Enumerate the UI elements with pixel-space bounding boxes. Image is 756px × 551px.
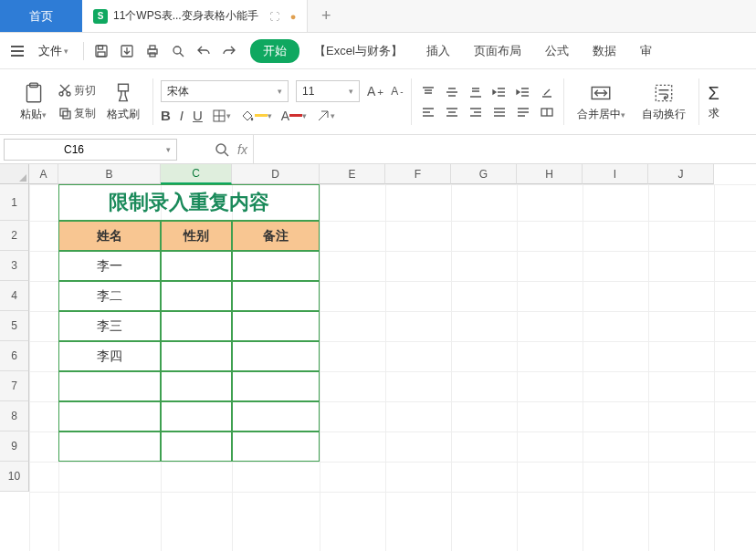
- table-cell[interactable]: [161, 281, 232, 311]
- tab-document[interactable]: S 11个WPS表...变身表格小能手 ⛶ ●: [82, 0, 308, 32]
- distribute-icon[interactable]: [514, 105, 532, 120]
- table-cell[interactable]: [232, 281, 320, 311]
- align-right-icon[interactable]: [467, 105, 485, 120]
- tab-add[interactable]: +: [308, 0, 344, 32]
- tab-home[interactable]: 首页: [0, 0, 82, 32]
- align-middle-icon[interactable]: [443, 85, 461, 99]
- font-color-button[interactable]: A▾: [281, 109, 307, 123]
- table-cell[interactable]: [232, 251, 320, 281]
- search-icon[interactable]: [214, 141, 230, 158]
- column-header[interactable]: I: [583, 164, 648, 184]
- menu-page-layout[interactable]: 页面布局: [465, 39, 530, 63]
- table-cell[interactable]: [232, 341, 320, 371]
- wrap-text-button[interactable]: 自动换行: [636, 78, 691, 126]
- table-cell[interactable]: [58, 371, 161, 401]
- align-left-icon[interactable]: [419, 105, 437, 120]
- save-icon[interactable]: [93, 43, 110, 59]
- table-cell[interactable]: [232, 401, 320, 431]
- title-cell[interactable]: 限制录入重复内容: [58, 184, 320, 221]
- increase-font-icon[interactable]: A+: [367, 84, 383, 99]
- print-icon[interactable]: [144, 43, 161, 59]
- orientation-icon[interactable]: [538, 85, 556, 99]
- table-cell[interactable]: [232, 311, 320, 341]
- font-select[interactable]: 宋体▾: [161, 80, 289, 102]
- select-all-corner[interactable]: [0, 164, 29, 184]
- fill-color-button[interactable]: ▾: [240, 109, 272, 123]
- row-header[interactable]: 8: [0, 401, 29, 431]
- column-header[interactable]: B: [58, 164, 161, 184]
- fx-icon[interactable]: fx: [237, 142, 247, 157]
- table-header-cell[interactable]: 备注: [232, 221, 320, 251]
- row-header[interactable]: 5: [0, 311, 29, 341]
- borders-button[interactable]: ▾: [212, 109, 231, 123]
- start-tab[interactable]: 开始: [250, 39, 299, 63]
- menu-excel-finance[interactable]: 【Excel与财务】: [305, 39, 412, 63]
- align-top-icon[interactable]: [419, 85, 437, 99]
- increase-indent-icon[interactable]: [514, 85, 532, 99]
- table-cell[interactable]: [58, 431, 161, 462]
- row-header[interactable]: 1: [0, 184, 29, 221]
- table-cell[interactable]: 李一: [58, 251, 161, 281]
- bold-button[interactable]: B: [161, 108, 171, 123]
- table-cell[interactable]: [232, 431, 320, 462]
- column-header[interactable]: H: [517, 164, 583, 184]
- table-cell[interactable]: 李二: [58, 281, 161, 311]
- table-cell[interactable]: 李四: [58, 341, 161, 371]
- table-cell[interactable]: [161, 431, 232, 462]
- row-header[interactable]: 6: [0, 341, 29, 371]
- formula-bar-input[interactable]: [253, 135, 756, 163]
- table-cell[interactable]: [58, 401, 161, 431]
- table-cell[interactable]: [161, 251, 232, 281]
- menu-formulas[interactable]: 公式: [536, 39, 578, 63]
- file-menu[interactable]: 文件▾: [33, 39, 74, 63]
- row-header[interactable]: 10: [0, 462, 29, 492]
- table-cell[interactable]: [161, 371, 232, 401]
- table-cell[interactable]: 李三: [58, 311, 161, 341]
- menu-insert[interactable]: 插入: [417, 39, 459, 63]
- decrease-font-icon[interactable]: A-: [391, 85, 403, 98]
- justify-icon[interactable]: [490, 105, 509, 120]
- column-header[interactable]: A: [29, 164, 58, 184]
- print-preview-icon[interactable]: [170, 43, 186, 59]
- format-painter-button[interactable]: 格式刷: [101, 78, 145, 126]
- underline-button[interactable]: U: [193, 108, 203, 123]
- row-header[interactable]: 9: [0, 431, 29, 462]
- column-header[interactable]: G: [451, 164, 517, 184]
- undo-icon[interactable]: [195, 43, 212, 59]
- cut-button[interactable]: 剪切: [58, 83, 96, 99]
- copy-button[interactable]: 复制: [58, 106, 96, 121]
- sum-button[interactable]: Σ 求: [707, 79, 725, 125]
- paste-button[interactable]: 粘贴▾: [15, 78, 52, 126]
- column-header[interactable]: C: [161, 164, 232, 184]
- column-header[interactable]: J: [648, 164, 714, 184]
- table-header-cell[interactable]: 姓名: [58, 221, 161, 251]
- merge-split-icon[interactable]: [538, 105, 556, 120]
- name-box[interactable]: ▾: [4, 139, 177, 161]
- presentation-icon[interactable]: ⛶: [269, 11, 279, 22]
- clear-format-button[interactable]: ▾: [316, 109, 335, 123]
- table-cell[interactable]: [161, 311, 232, 341]
- table-cell[interactable]: [161, 401, 232, 431]
- align-center-icon[interactable]: [443, 105, 461, 120]
- save-as-icon[interactable]: [119, 43, 135, 59]
- chevron-down-icon[interactable]: ▾: [166, 145, 171, 154]
- column-header[interactable]: E: [320, 164, 385, 184]
- menu-data[interactable]: 数据: [583, 39, 625, 63]
- align-bottom-icon[interactable]: [467, 85, 485, 99]
- decrease-indent-icon[interactable]: [490, 85, 509, 99]
- font-size-select[interactable]: 11▾: [296, 80, 360, 102]
- row-header[interactable]: 2: [0, 221, 29, 251]
- name-box-input[interactable]: [10, 143, 138, 156]
- table-cell[interactable]: [161, 341, 232, 371]
- table-cell[interactable]: [232, 371, 320, 401]
- column-header[interactable]: F: [385, 164, 451, 184]
- italic-button[interactable]: I: [180, 108, 184, 123]
- row-header[interactable]: 3: [0, 251, 29, 281]
- merge-center-button[interactable]: 合并居中▾: [572, 78, 631, 126]
- row-header[interactable]: 7: [0, 371, 29, 401]
- column-header[interactable]: D: [232, 164, 320, 184]
- redo-icon[interactable]: [221, 43, 237, 59]
- row-header[interactable]: 4: [0, 281, 29, 311]
- hamburger-icon[interactable]: [7, 42, 27, 60]
- menu-review[interactable]: 审: [631, 39, 661, 63]
